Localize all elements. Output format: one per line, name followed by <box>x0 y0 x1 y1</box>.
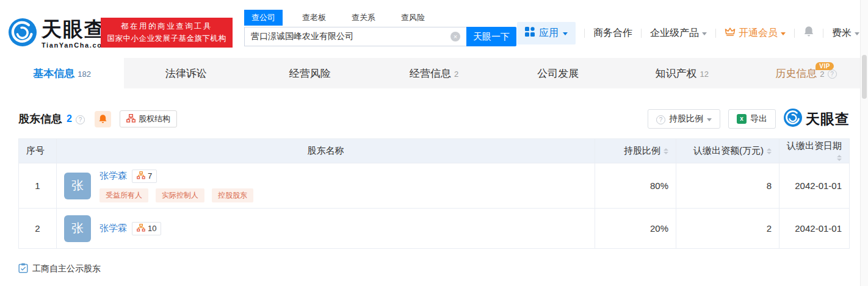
network-icon <box>137 224 145 234</box>
col-header-ratio[interactable]: 持股比例 <box>595 139 676 163</box>
help-icon[interactable]: ? <box>76 115 85 124</box>
apps-label: 应用 <box>539 27 559 40</box>
scrollbar-thumb[interactable] <box>862 55 867 99</box>
equity-structure-label: 股权结构 <box>139 113 170 124</box>
watermark-text: 天眼查 <box>806 110 850 129</box>
search-input[interactable] <box>244 27 466 46</box>
section-header: 股东信息 2 ? 股权结构 <box>18 109 850 129</box>
tag-controlling-shareholder: 控股股东 <box>212 188 253 202</box>
relation-graph-badge[interactable]: 7 <box>132 170 157 183</box>
amount-value: 8 <box>676 163 779 209</box>
shareholder-section: 股东信息 2 ? 股权结构 <box>0 88 868 286</box>
search-area: 查公司 查老板 查关系 查风险 × 天眼一下 <box>244 10 516 46</box>
tag-actual-controller: 实际控制人 <box>156 188 204 202</box>
avatar[interactable]: 张 <box>64 215 91 242</box>
search-button[interactable]: 天眼一下 <box>466 27 516 46</box>
site-header: 天眼查 TianYanCha.com 都在用的商业查询工具 国家中小企业发展子基… <box>0 7 868 58</box>
row-index: 1 <box>19 163 57 209</box>
username-label: 费米 <box>832 27 852 40</box>
tab-company-development[interactable]: 公司发展 <box>496 58 620 88</box>
chevron-down-icon <box>855 32 859 35</box>
notification-bell-icon[interactable] <box>803 26 814 40</box>
col-header-name: 股东名称 <box>57 139 595 163</box>
section-title: 股东信息 <box>18 112 62 126</box>
tianyancha-swirl-icon <box>9 18 37 49</box>
logo-subtitle: TianYanCha.com <box>42 41 109 49</box>
company-section-tabs: 基本信息 182 法律诉讼 经营风险 经营信息 2 公司发展 知识产权 12 V… <box>0 58 868 88</box>
footnote-label: 工商自主公示股东 <box>32 263 101 274</box>
nav-enterprise[interactable]: 企业级产品 <box>650 27 707 40</box>
help-icon[interactable]: ? <box>828 70 837 79</box>
app-grid-icon <box>525 27 535 39</box>
sort-icon[interactable] <box>767 148 772 154</box>
table-header-row: 序号 股东名称 持股比例 认缴出资额(万元) 认缴出资日期 <box>19 139 850 163</box>
promo-line2: 国家中小企业发展子基金旗下机构 <box>107 34 226 44</box>
col-header-no: 序号 <box>19 139 57 163</box>
network-icon <box>137 171 145 181</box>
search-tab-risk[interactable]: 查风险 <box>395 10 431 25</box>
shareholder-name-link[interactable]: 张学霖 <box>99 223 127 234</box>
equity-structure-button[interactable]: 股权结构 <box>120 110 177 127</box>
sort-icon[interactable] <box>837 155 842 161</box>
chevron-down-icon <box>702 32 707 35</box>
col-header-amount[interactable]: 认缴出资额(万元) <box>676 139 779 163</box>
clear-search-icon[interactable]: × <box>450 32 460 41</box>
chevron-down-icon <box>781 32 786 35</box>
tab-intellectual-property[interactable]: 知识产权 12 <box>620 58 744 88</box>
crown-icon <box>725 27 736 39</box>
vip-badge: VIP <box>816 62 834 70</box>
tianyancha-page: 天眼查 TianYanCha.com 都在用的商业查询工具 国家中小企业发展子基… <box>0 0 868 286</box>
tag-beneficial-owner: 受益所有人 <box>99 188 148 202</box>
promo-banner: 都在用的商业查询工具 国家中小企业发展子基金旗下机构 <box>101 18 233 48</box>
relation-graph-badge[interactable]: 10 <box>132 222 161 235</box>
watermark-logo: 天眼查 <box>784 109 850 129</box>
tab-operating-risk[interactable]: 经营风险 <box>248 58 372 88</box>
nav-biz-coop[interactable]: 商务合作 <box>593 27 632 40</box>
shareholder-cell: 张 张学霖 <box>57 209 595 249</box>
excel-icon: x <box>737 114 747 124</box>
row-index: 2 <box>19 209 57 249</box>
logo-title: 天眼查 <box>42 19 109 39</box>
ratio-filter-button[interactable]: ? 持股比例 <box>648 109 720 129</box>
clipboard-icon <box>18 263 28 275</box>
amount-value: 2 <box>676 209 779 249</box>
search-tab-relation[interactable]: 查关系 <box>345 10 382 25</box>
tab-legal-proceedings[interactable]: 法律诉讼 <box>124 58 248 88</box>
shareholder-name-link[interactable]: 张学森 <box>99 170 127 182</box>
search-tab-company[interactable]: 查公司 <box>244 10 283 26</box>
enterprise-label: 企业级产品 <box>650 27 699 40</box>
ratio-value: 80% <box>595 163 676 209</box>
open-vip-button[interactable]: 开通会员 <box>725 27 786 40</box>
table-row: 1 张 张学森 <box>19 163 850 209</box>
scrollbar[interactable] <box>860 0 868 286</box>
monitor-bell-button[interactable] <box>95 111 111 127</box>
avatar[interactable]: 张 <box>64 173 91 199</box>
shareholder-cell: 张 张学森 <box>57 163 595 209</box>
shareholder-tags: 受益所有人 实际控制人 控股股东 <box>99 188 253 202</box>
shareholders-table: 序号 股东名称 持股比例 认缴出资额(万元) 认缴出资日期 1 <box>18 138 850 249</box>
date-value: 2042-01-01 <box>779 209 850 249</box>
shareholder-count: 2 <box>67 113 72 124</box>
ratio-filter-label: 持股比例 <box>669 113 703 124</box>
user-menu[interactable]: 费米 <box>832 27 859 40</box>
tab-operating-info[interactable]: 经营信息 2 <box>372 58 496 88</box>
site-logo[interactable]: 天眼查 TianYanCha.com <box>9 18 109 49</box>
relation-count: 10 <box>148 224 156 233</box>
chevron-down-icon <box>563 32 568 35</box>
search-tab-boss[interactable]: 查老板 <box>296 10 332 25</box>
sort-icon[interactable] <box>664 148 668 154</box>
col-header-date[interactable]: 认缴出资日期 <box>779 139 850 163</box>
apps-menu[interactable]: 应用 <box>517 22 576 45</box>
tab-history-info[interactable]: VIP 历史信息 2 ? <box>744 58 868 88</box>
date-value: 2042-01-01 <box>779 163 850 209</box>
promo-line1: 都在用的商业查询工具 <box>121 21 212 32</box>
vip-label: 开通会员 <box>739 27 778 40</box>
table-row: 2 张 张学霖 <box>19 209 850 249</box>
export-button[interactable]: x 导出 <box>728 109 776 129</box>
help-icon: ? <box>656 115 665 124</box>
tianyancha-swirl-icon <box>784 109 802 129</box>
self-disclosed-shareholders-link[interactable]: 工商自主公示股东 <box>18 263 101 275</box>
search-tabs: 查公司 查老板 查关系 查风险 <box>244 10 516 26</box>
org-chart-icon <box>126 114 136 124</box>
tab-basic-info[interactable]: 基本信息 182 <box>0 58 124 88</box>
